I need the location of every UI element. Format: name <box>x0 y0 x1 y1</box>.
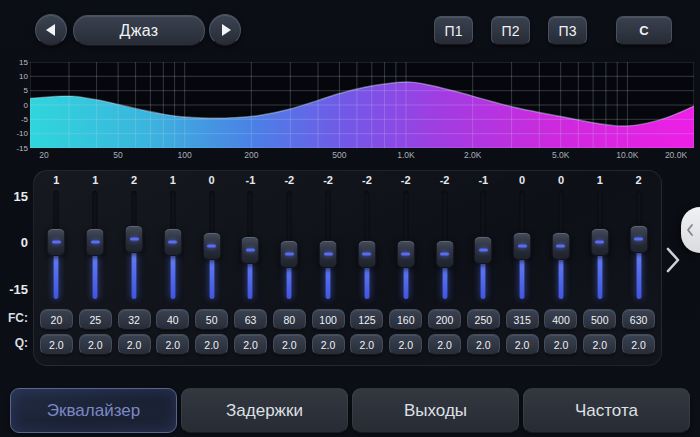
band-fc-value[interactable]: 40 <box>156 309 189 330</box>
y-tick-label: -5 <box>6 115 28 124</box>
band-gain-slider[interactable] <box>309 189 348 301</box>
x-tick-label: 2.0K <box>455 150 491 160</box>
band-q-value[interactable]: 2.0 <box>234 334 267 355</box>
band-gain-slider[interactable] <box>580 189 619 301</box>
slider-knob[interactable] <box>513 232 532 260</box>
band-gain-slider[interactable] <box>76 189 115 301</box>
preset-next-button[interactable] <box>209 14 241 46</box>
y-tick-label: 15 <box>6 58 28 67</box>
band-q-value[interactable]: 2.0 <box>79 334 112 355</box>
slider-knob[interactable] <box>163 228 182 256</box>
band-q-value[interactable]: 2.0 <box>389 334 422 355</box>
band-gain-slider[interactable] <box>386 189 425 301</box>
x-tick-label: 5.0K <box>543 150 579 160</box>
band-gain-slider[interactable] <box>348 189 387 301</box>
band-fc-value[interactable]: 63 <box>234 309 267 330</box>
band-fc-value[interactable]: 20 <box>40 309 73 330</box>
gain-scale-min: -15 <box>2 282 28 297</box>
band-gain-slider[interactable] <box>464 189 503 301</box>
band-q-value[interactable]: 2.0 <box>467 334 500 355</box>
band-q-value[interactable]: 2.0 <box>350 334 383 355</box>
band-gain-slider[interactable] <box>192 189 231 301</box>
triangle-left-icon <box>46 24 55 36</box>
band-fc-value[interactable]: 100 <box>312 309 345 330</box>
memory-preset-3-button[interactable]: П3 <box>548 16 587 45</box>
preset-display[interactable]: Джаз <box>73 15 205 46</box>
slider-knob[interactable] <box>47 228 66 256</box>
band-gain-slider[interactable] <box>37 189 76 301</box>
x-tick-label: 50 <box>100 150 136 160</box>
eq-band-200: -22002.0 <box>425 171 464 365</box>
slider-knob[interactable] <box>396 240 415 268</box>
band-q-value[interactable]: 2.0 <box>544 334 577 355</box>
band-fc-value[interactable]: 200 <box>428 309 461 330</box>
slider-knob[interactable] <box>319 240 338 268</box>
slider-knob[interactable] <box>590 228 609 256</box>
band-fc-value[interactable]: 32 <box>118 309 151 330</box>
band-gain-slider[interactable] <box>270 189 309 301</box>
band-gain-value: 0 <box>209 171 215 189</box>
band-q-value[interactable]: 2.0 <box>273 334 306 355</box>
eq-band-160: -21602.0 <box>386 171 425 365</box>
equalizer-screen: Джаз П1 П2 П3 C 151050-5-10-15 205010020… <box>0 0 700 437</box>
band-q-value[interactable]: 2.0 <box>506 334 539 355</box>
band-fc-value[interactable]: 630 <box>622 309 655 330</box>
band-q-value[interactable]: 2.0 <box>428 334 461 355</box>
eq-band-100: -21002.0 <box>309 171 348 365</box>
slider-knob[interactable] <box>357 240 376 268</box>
slider-knob[interactable] <box>202 232 221 260</box>
chevron-right-icon <box>665 246 681 274</box>
preset-prev-button[interactable] <box>35 14 67 46</box>
slider-knob[interactable] <box>241 236 260 264</box>
tab-equalizer[interactable]: Эквалайзер <box>10 388 177 433</box>
band-q-value[interactable]: 2.0 <box>195 334 228 355</box>
slider-knob[interactable] <box>474 236 493 264</box>
tab-frequency[interactable]: Частота <box>523 388 690 433</box>
band-fc-value[interactable]: 80 <box>273 309 306 330</box>
tab-delays[interactable]: Задержки <box>181 388 348 433</box>
band-fc-value[interactable]: 125 <box>350 309 383 330</box>
slider-knob[interactable] <box>86 228 105 256</box>
band-gain-slider[interactable] <box>542 189 581 301</box>
band-fc-value[interactable]: 500 <box>583 309 616 330</box>
band-gain-slider[interactable] <box>425 189 464 301</box>
band-fc-value[interactable]: 160 <box>389 309 422 330</box>
band-q-value[interactable]: 2.0 <box>118 334 151 355</box>
band-fc-value[interactable]: 25 <box>79 309 112 330</box>
eq-band-400: 04002.0 <box>542 171 581 365</box>
band-gain-slider[interactable] <box>115 189 154 301</box>
eq-band-40: 1402.0 <box>153 171 192 365</box>
band-gain-slider[interactable] <box>619 189 658 301</box>
band-gain-value: 1 <box>170 171 176 189</box>
band-q-value[interactable]: 2.0 <box>156 334 189 355</box>
slider-knob[interactable] <box>125 225 144 253</box>
slider-knob[interactable] <box>435 240 454 268</box>
x-tick-label: 20.0K <box>658 150 694 160</box>
band-q-value[interactable]: 2.0 <box>40 334 73 355</box>
y-tick-label: -10 <box>6 129 28 138</box>
slider-knob[interactable] <box>551 232 570 260</box>
memory-preset-1-button[interactable]: П1 <box>434 16 473 45</box>
band-q-value[interactable]: 2.0 <box>312 334 345 355</box>
eq-curve-svg <box>30 62 694 148</box>
band-fc-value[interactable]: 400 <box>544 309 577 330</box>
band-q-value[interactable]: 2.0 <box>622 334 655 355</box>
band-gain-value: 1 <box>597 171 603 189</box>
band-gain-slider[interactable] <box>231 189 270 301</box>
band-gain-value: 2 <box>636 171 642 189</box>
slider-knob[interactable] <box>629 225 648 253</box>
x-tick-label: 100 <box>167 150 203 160</box>
tab-outputs[interactable]: Выходы <box>352 388 519 433</box>
band-gain-slider[interactable] <box>503 189 542 301</box>
band-fc-value[interactable]: 50 <box>195 309 228 330</box>
reset-button[interactable]: C <box>616 16 672 45</box>
gain-scale-zero: 0 <box>2 235 28 250</box>
band-fc-value[interactable]: 315 <box>506 309 539 330</box>
memory-preset-2-button[interactable]: П2 <box>491 16 530 45</box>
next-bands-button[interactable] <box>662 244 684 276</box>
slider-knob[interactable] <box>280 240 299 268</box>
eq-band-125: -21252.0 <box>348 171 387 365</box>
band-q-value[interactable]: 2.0 <box>583 334 616 355</box>
band-gain-slider[interactable] <box>153 189 192 301</box>
band-fc-value[interactable]: 250 <box>467 309 500 330</box>
